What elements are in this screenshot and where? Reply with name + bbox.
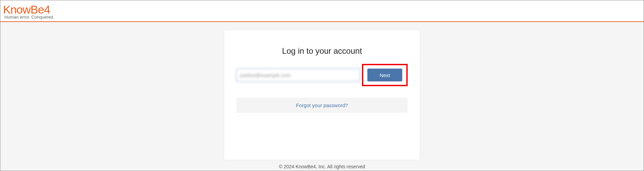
login-card: Log in to your account Next Forgot your … bbox=[224, 30, 420, 160]
next-button-highlight: Next bbox=[362, 64, 408, 86]
footer-copyright: © 2024 KnowBe4, Inc. All rights reserved bbox=[0, 160, 644, 171]
logo-text: KnowBe4 bbox=[3, 4, 54, 15]
logo: KnowBe4 Human error. Conquered. bbox=[3, 4, 54, 19]
email-field[interactable] bbox=[236, 69, 360, 81]
login-input-row: Next bbox=[236, 69, 408, 86]
main: Log in to your account Next Forgot your … bbox=[0, 22, 644, 160]
forgot-password-link[interactable]: Forgot your password? bbox=[236, 98, 408, 113]
logo-tagline: Human error. Conquered. bbox=[3, 15, 54, 19]
next-button[interactable]: Next bbox=[367, 69, 402, 81]
login-title: Log in to your account bbox=[236, 46, 408, 56]
header: KnowBe4 Human error. Conquered. bbox=[0, 0, 644, 21]
